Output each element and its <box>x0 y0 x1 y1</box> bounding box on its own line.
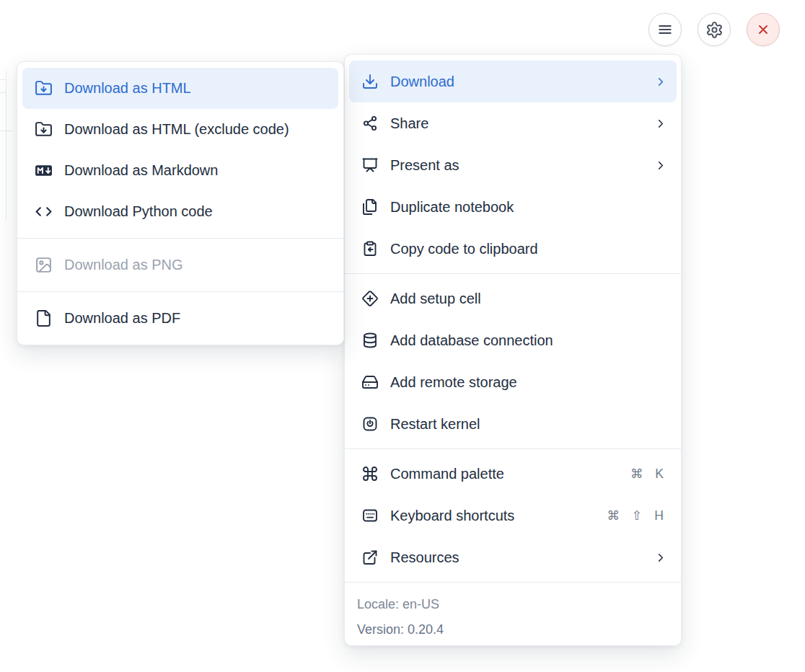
menu-separator <box>345 582 681 583</box>
menu-item-restart-kernel[interactable]: Restart kernel <box>349 403 677 445</box>
presentation-icon <box>361 156 379 174</box>
image-icon <box>35 256 53 274</box>
submenu-item-download-python-code[interactable]: Download Python code <box>22 191 338 232</box>
menu-item-label: Copy code to clipboard <box>390 241 667 257</box>
menu-item-add-database-connection[interactable]: Add database connection <box>349 319 677 361</box>
external-link-icon <box>361 549 379 567</box>
background-artifact <box>0 131 14 131</box>
menu-item-label: Add database connection <box>390 332 667 349</box>
menu-item-resources[interactable]: Resources <box>349 536 677 578</box>
download-submenu: Download as HTML Download as HTML (exclu… <box>17 61 344 345</box>
share-icon <box>361 115 379 133</box>
folder-down-icon <box>35 120 53 138</box>
menu-item-keyboard-shortcuts[interactable]: Keyboard shortcuts ⌘ ⇧ H <box>349 495 677 536</box>
menu-footer: Locale: en-US Version: 0.20.4 <box>349 586 677 642</box>
menu-item-share[interactable]: Share <box>349 102 677 144</box>
duplicate-icon <box>361 198 379 216</box>
menu-item-label: Restart kernel <box>390 416 667 433</box>
submenu-item-download-as-png[interactable]: Download as PNG <box>22 244 338 286</box>
code-icon <box>35 203 53 221</box>
clipboard-icon <box>361 240 379 258</box>
chevron-right-icon <box>654 75 667 88</box>
menu-item-download[interactable]: Download <box>349 61 677 102</box>
chevron-right-icon <box>654 551 667 564</box>
hamburger-icon <box>656 20 674 39</box>
menu-item-label: Download as HTML (exclude code) <box>64 121 328 138</box>
menu-item-add-setup-cell[interactable]: Add setup cell <box>349 278 677 319</box>
close-icon <box>755 21 772 38</box>
menu-item-label: Download <box>390 74 642 90</box>
background-artifact <box>6 70 6 220</box>
menu-separator <box>345 273 681 274</box>
shortcut-hint: ⌘ K <box>630 467 668 482</box>
menu-separator <box>17 238 343 239</box>
diamond-plus-icon <box>361 290 379 308</box>
menu-item-label: Resources <box>390 549 642 566</box>
menu-item-copy-code[interactable]: Copy code to clipboard <box>349 228 677 270</box>
hard-drive-icon <box>361 373 379 392</box>
menu-separator <box>17 291 343 292</box>
database-icon <box>361 332 379 350</box>
version-text: Version: 0.20.4 <box>357 617 669 642</box>
menu-item-label: Add remote storage <box>390 374 667 391</box>
menu-item-label: Download as PNG <box>64 257 328 273</box>
menu-item-label: Present as <box>390 157 642 174</box>
menu-item-duplicate-notebook[interactable]: Duplicate notebook <box>349 186 677 228</box>
menu-item-label: Download as Markdown <box>64 162 328 179</box>
locale-text: Locale: en-US <box>357 592 669 617</box>
chevron-right-icon <box>654 117 667 130</box>
menu-item-label: Command palette <box>390 466 619 482</box>
menu-button[interactable] <box>648 13 682 46</box>
submenu-item-download-as-html-exclude-code[interactable]: Download as HTML (exclude code) <box>22 109 338 150</box>
command-icon <box>361 465 379 483</box>
submenu-item-download-as-pdf[interactable]: Download as PDF <box>22 298 338 339</box>
menu-item-label: Duplicate notebook <box>390 199 667 216</box>
file-icon <box>35 309 53 327</box>
menu-item-label: Keyboard shortcuts <box>390 508 595 524</box>
background-artifact <box>0 92 6 93</box>
background-artifact <box>0 79 6 80</box>
notebook-menu: Download Share Present as Duplicate note… <box>344 54 682 646</box>
folder-down-icon <box>35 79 53 97</box>
submenu-item-download-as-markdown[interactable]: Download as Markdown <box>22 150 338 191</box>
chevron-right-icon <box>654 159 667 172</box>
download-icon <box>361 73 379 91</box>
close-button[interactable] <box>747 13 780 46</box>
menu-separator <box>345 448 681 449</box>
menu-item-label: Download as HTML <box>64 80 328 97</box>
menu-item-label: Download as PDF <box>64 310 328 327</box>
markdown-icon <box>35 162 53 180</box>
gear-icon <box>705 21 723 39</box>
shortcut-hint: ⌘ ⇧ H <box>607 508 668 523</box>
menu-item-label: Share <box>390 115 642 132</box>
menu-item-add-remote-storage[interactable]: Add remote storage <box>349 361 677 403</box>
menu-item-label: Add setup cell <box>390 291 667 307</box>
menu-item-label: Download Python code <box>64 203 328 220</box>
submenu-item-download-as-html[interactable]: Download as HTML <box>22 68 338 109</box>
menu-item-command-palette[interactable]: Command palette ⌘ K <box>349 453 677 495</box>
power-icon <box>361 415 379 433</box>
settings-button[interactable] <box>698 13 731 46</box>
menu-item-present-as[interactable]: Present as <box>349 144 677 186</box>
keyboard-icon <box>361 507 379 525</box>
